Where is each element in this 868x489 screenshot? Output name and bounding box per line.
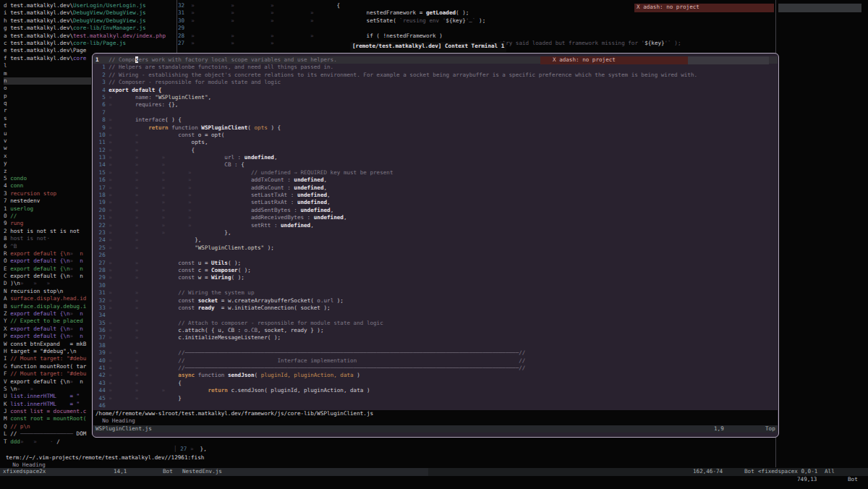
float-code-area[interactable]: 1 // Composers work with factory local s… <box>95 56 697 409</box>
code-line[interactable]: 2 // Wiring - establishing the object's … <box>95 72 697 79</box>
code-segment: UserLogin/UserLogin.js <box>73 2 146 9</box>
float-window-title-tab[interactable]: [remote/test.matkalkyl.dev] Context Term… <box>350 42 506 52</box>
register-mark: 1 <box>4 205 10 212</box>
register-mark: 3 <box>4 190 10 197</box>
code-line[interactable]: 19 » » » » setLastRxAt : undefined, <box>95 199 697 206</box>
code-segment: {}, <box>169 101 179 108</box>
register-mark: O <box>4 258 10 264</box>
code-segment: )\n <box>10 280 20 286</box>
code-line[interactable]: 34 <box>95 312 697 319</box>
code-segment: core-lib/Page.js <box>73 40 126 46</box>
code-segment: c.sendJson( pluginId, pluginAction, data… <box>228 387 370 394</box>
status-left-ruler: 14,1 <box>114 468 127 475</box>
code-line[interactable]: 38 <box>95 342 697 349</box>
line-number: 45 <box>95 395 109 401</box>
code-line[interactable]: 6 » requires: {}, <box>95 101 697 109</box>
code-segment: "WSPluginClient" <box>155 94 208 101</box>
code-line[interactable]: 13 » » » url : undefined, <box>95 154 697 161</box>
code-line[interactable]: 16 » » » » addTxCount : undefined, <box>95 177 697 184</box>
code-segment: addTxCount : <box>251 177 294 183</box>
code-line[interactable]: 30 » » » » setState( `reusing env '${key… <box>178 17 485 25</box>
code-line[interactable]: 33 » » const ready = w.initiateConnectio… <box>95 305 697 312</box>
code-line[interactable]: 29 <box>178 25 485 32</box>
code-line[interactable]: 37 » » c.initializeMessageListener( ); <box>95 334 697 341</box>
register-mark: i <box>4 9 10 16</box>
line-number: 32 <box>178 2 191 9</box>
code-segment: undefined <box>294 177 323 183</box>
code-segment: » » » » <box>109 207 251 213</box>
register-mark: K <box>4 401 10 407</box>
code-line[interactable]: 40 » » // Interface implementation // <box>95 357 697 365</box>
register-row[interactable]: g test.matkalkyl.dev\core-lib/EnvManager… <box>4 25 166 32</box>
code-line[interactable]: 1 // Helpers are standalonbe functoins, … <box>95 64 697 71</box>
code-segment: » » » » <box>109 192 251 198</box>
code-segment: = w.initiateConnection( socket ); <box>215 305 331 311</box>
code-segment: // Composer - responsible for module sta… <box>109 79 281 85</box>
code-line[interactable]: 32 » » » { <box>178 2 485 9</box>
code-segment: » » » » <box>109 199 251 205</box>
code-line[interactable]: 11 » » opts, <box>95 139 697 146</box>
code-line[interactable]: 29 » » const w = Wiring( ); <box>95 274 697 281</box>
register-row[interactable]: a test.matkalkyl.dev\test.matkalkyl.dev/… <box>4 33 166 40</box>
code-segment: 27 <box>180 446 190 452</box>
code-line[interactable]: 41 » » //───────────────────────────────… <box>95 365 697 372</box>
line-number: 36 <box>95 327 109 333</box>
background-code-window[interactable]: 32 » » » {31 » » » » nestedFramework = g… <box>178 2 485 47</box>
code-line[interactable]: 42 » » async function sendJson( pluginId… <box>95 372 697 379</box>
code-line[interactable]: 4 export default { <box>95 87 697 94</box>
register-row[interactable]: n <box>4 77 91 85</box>
code-line[interactable]: 44 » » » return c.sendJson( pluginId, pl… <box>95 387 697 394</box>
register-mark: x <box>4 153 10 159</box>
code-line[interactable]: 45 » » } <box>95 395 697 402</box>
code-line[interactable]: 26 <box>95 252 697 259</box>
code-line[interactable]: 20 » » » » addSentBytes : undefined, <box>95 207 697 214</box>
code-segment: // <box>10 213 17 219</box>
code-line[interactable]: 9 » return function WSPluginClient( opts… <box>95 124 697 132</box>
code-segment: surface.display.debug.i <box>10 303 86 310</box>
code-line[interactable]: 46 <box>95 402 697 409</box>
code-segment: » » » <box>109 387 208 394</box>
code-line[interactable]: 21 » » » » addReceivedBytes : undefined, <box>95 214 697 221</box>
code-segment: // Wiring the system up <box>178 289 254 296</box>
code-line[interactable]: 27 » » const u = Utils( ); <box>95 260 697 267</box>
code-line[interactable]: 14 » » » CB : { <box>95 161 697 169</box>
code-segment: ers work with factory local scope variab… <box>138 56 336 63</box>
code-line[interactable]: 31 » » » » nestedFramework = getLoaded( … <box>178 9 485 17</box>
code-line[interactable]: 30 <box>95 282 697 289</box>
register-row[interactable]: T ddd» » · / <box>4 438 166 446</box>
code-line[interactable]: 24 » » }, <box>95 237 697 244</box>
code-segment: , <box>323 177 327 183</box>
code-line[interactable]: 32 » » const socket = w.createArraybuffe… <box>95 297 697 305</box>
floating-editor-window[interactable]: X adash: no project 1 // Composers work … <box>92 53 779 438</box>
code-segment: │ <box>174 446 180 452</box>
register-row[interactable]: d test.matkalkyl.dev\UserLogin/UserLogin… <box>4 2 166 9</box>
code-segment: { <box>336 2 340 9</box>
code-line[interactable]: 36 » » c.attach( { u, CB : o.CB, socket,… <box>95 327 697 334</box>
register-row[interactable]: i test.matkalkyl.dev\DebugView/DebugView… <box>4 9 166 17</box>
register-row[interactable]: h test.matkalkyl.dev\DebugView/DebugView… <box>4 17 166 25</box>
code-line[interactable]: 28 » » » » if ( !nestedFramework ) <box>178 33 485 40</box>
code-line[interactable]: 35 » » // Attach to composer - responsib… <box>95 320 697 327</box>
code-line[interactable]: 43 » » { <box>95 380 697 387</box>
code-line[interactable]: 15 » » » » // undefined ⇒ REQUIRED key m… <box>95 169 697 177</box>
code-segment: // Mount target: "#debu <box>10 370 86 377</box>
code-line[interactable]: 17 » » » » addRxCount : undefined, <box>95 184 697 192</box>
code-line[interactable]: 31 » » // Wiring the system up <box>95 289 697 297</box>
code-segment: test.matkalkyl.dev\ <box>10 25 73 31</box>
register-row[interactable]: c test.matkalkyl.dev\core-lib/Page.js <box>4 40 166 47</box>
code-line[interactable]: 5 » name: "WSPluginClient", <box>95 94 697 101</box>
code-line[interactable]: 18 » » » » setLastTxAt : undefined, <box>95 192 697 199</box>
code-segment: ${key} <box>446 17 465 24</box>
code-line[interactable]: 12 » » { <box>95 147 697 154</box>
code-line[interactable]: 7 <box>95 109 697 116</box>
code-line[interactable]: 8 » interface( ) { <box>95 116 697 124</box>
code-line[interactable]: 23 » » » }, <box>95 229 697 237</box>
code-line[interactable]: 28 » » const c = Composer( ); <box>95 267 697 274</box>
code-segment: » » <box>109 237 195 243</box>
code-segment: rung <box>10 220 23 226</box>
code-line[interactable]: 39 » » //───────────────────────────────… <box>95 349 697 357</box>
code-line[interactable]: 3 // Composer - responsible for module s… <box>95 79 697 86</box>
code-line[interactable]: 10 » » const o = opt( <box>95 132 697 139</box>
code-line[interactable]: 22 » » » » setRtt : undefined, <box>95 222 697 229</box>
code-line[interactable]: 25 » » "WSPluginClient.opts" ); <box>95 244 697 252</box>
